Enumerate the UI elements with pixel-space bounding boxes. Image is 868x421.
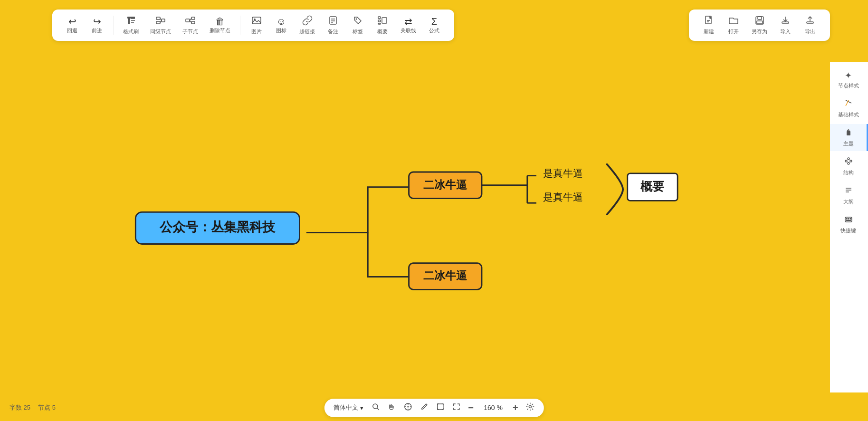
- delete-node-button[interactable]: 🗑 删除节点: [206, 15, 234, 36]
- sibling-node-label: 同级节点: [150, 28, 171, 35]
- shortcut-label: 快捷键: [840, 227, 856, 234]
- svg-point-65: [407, 406, 409, 407]
- child-node-2-text: 二冰牛逼: [423, 269, 467, 282]
- image-label: 图片: [251, 28, 262, 35]
- fullscreen-icon[interactable]: [452, 402, 460, 413]
- sibling-node-icon: [155, 15, 166, 27]
- note-label: 备注: [328, 28, 338, 35]
- mindmap-svg: 公众号：丛集黑科技 二冰牛逼 二冰牛逼 是真牛逼 是真牛逼 概要: [0, 62, 830, 392]
- relation-icon: ⇄: [404, 17, 412, 26]
- basic-style-icon: [844, 99, 853, 110]
- root-node-text: 公众号：丛集黑科技: [159, 220, 276, 234]
- side-panel: ✦ 节点样式 基础样式 主题 结构 大纲 快捷键: [830, 62, 868, 392]
- svg-rect-8: [162, 19, 165, 22]
- svg-rect-34: [758, 17, 762, 19]
- hyperlink-label: 超链接: [299, 28, 315, 35]
- import-button[interactable]: 导入: [775, 13, 796, 37]
- basic-style-panel-item[interactable]: 基础样式: [830, 95, 868, 122]
- redo-label: 前进: [92, 27, 102, 34]
- svg-rect-13: [191, 21, 195, 24]
- shortcut-panel-item[interactable]: 快捷键: [830, 211, 868, 238]
- open-button[interactable]: 打开: [723, 13, 744, 37]
- svg-rect-2: [128, 19, 130, 20]
- icon-button[interactable]: ☺ 图标: [271, 15, 292, 36]
- relation-button[interactable]: ⇄ 关联线: [397, 15, 420, 36]
- svg-rect-16: [252, 17, 261, 24]
- svg-rect-23: [378, 17, 381, 19]
- relation-label: 关联线: [401, 27, 416, 34]
- child-node-1-text: 二冰牛逼: [423, 179, 467, 191]
- fit-screen-icon[interactable]: [436, 402, 444, 413]
- svg-rect-61: [846, 220, 851, 221]
- import-label: 导入: [780, 28, 791, 35]
- image-icon: [251, 15, 262, 27]
- settings-icon[interactable]: [526, 402, 534, 413]
- icon-icon: ☺: [277, 17, 286, 26]
- canvas-area[interactable]: 公众号：丛集黑科技 二冰牛逼 二冰牛逼 是真牛逼 是真牛逼 概要: [0, 62, 830, 392]
- hyperlink-icon: [302, 15, 313, 27]
- basic-style-label: 基础样式: [838, 111, 859, 118]
- open-icon: [728, 15, 739, 27]
- theme-icon: [844, 128, 853, 139]
- svg-point-46: [845, 160, 847, 162]
- edit-icon[interactable]: [420, 402, 428, 413]
- child-node-button[interactable]: 子节点: [179, 13, 202, 37]
- zoom-out-button[interactable]: −: [468, 402, 474, 413]
- tag-button[interactable]: 标签: [347, 13, 368, 37]
- svg-point-49: [850, 160, 852, 162]
- icon-label: 图标: [276, 27, 286, 34]
- hand-tool-icon[interactable]: [387, 402, 396, 413]
- svg-rect-59: [848, 218, 849, 220]
- save-as-label: 另存为: [752, 28, 767, 35]
- new-button[interactable]: 新建: [698, 13, 719, 37]
- svg-point-71: [529, 405, 531, 408]
- summary-icon: [377, 15, 388, 27]
- formula-button[interactable]: Σ 公式: [424, 15, 445, 36]
- compass-icon[interactable]: [403, 402, 412, 413]
- structure-icon: [844, 157, 853, 168]
- outline-label: 大纲: [843, 198, 854, 205]
- theme-panel-item[interactable]: 主题: [830, 124, 868, 151]
- svg-rect-38: [807, 22, 813, 23]
- outline-panel-item[interactable]: 大纲: [830, 182, 868, 209]
- undo-button[interactable]: ↩ 回退: [62, 15, 83, 36]
- language-selector[interactable]: 简体中文 ▾: [334, 403, 363, 412]
- summary-button[interactable]: 概要: [372, 13, 393, 37]
- language-label: 简体中文: [334, 403, 358, 412]
- new-label: 新建: [704, 28, 714, 35]
- export-button[interactable]: 导出: [800, 13, 820, 37]
- node-style-panel-item[interactable]: ✦ 节点样式: [830, 67, 868, 93]
- format-brush-icon: [126, 15, 136, 27]
- top-left-toolbar: ↩ 回退 ↪ 前进 格式刷 同级节点 子节点 🗑 删除节点 图片 ☺ 图标: [52, 10, 454, 41]
- node-count-stat: 节点 5: [38, 403, 56, 412]
- theme-label: 主题: [843, 140, 854, 147]
- svg-point-47: [848, 158, 849, 160]
- bottom-controls: 简体中文 ▾ − 160 % +: [324, 399, 544, 417]
- hyperlink-button[interactable]: 超链接: [296, 13, 319, 37]
- summary-item-1-text: 是真牛逼: [543, 168, 583, 179]
- note-button[interactable]: 备注: [323, 13, 343, 37]
- format-brush-button[interactable]: 格式刷: [119, 13, 143, 37]
- search-bottom-icon[interactable]: [371, 402, 380, 413]
- svg-point-62: [372, 404, 377, 409]
- svg-rect-12: [191, 17, 195, 19]
- child-node-label: 子节点: [182, 28, 198, 35]
- svg-rect-26: [382, 18, 387, 23]
- delete-node-icon: 🗑: [215, 17, 225, 26]
- zoom-level: 160 %: [481, 404, 505, 411]
- structure-panel-item[interactable]: 结构: [830, 153, 868, 180]
- structure-label: 结构: [843, 169, 854, 176]
- svg-rect-6: [156, 17, 160, 19]
- bottom-stats: 字数 25 节点 5: [10, 403, 56, 412]
- node-style-label: 节点样式: [838, 82, 859, 89]
- delete-node-label: 删除节点: [210, 27, 230, 34]
- tag-icon: [353, 15, 363, 27]
- svg-point-22: [356, 19, 357, 20]
- image-button[interactable]: 图片: [246, 13, 267, 37]
- new-icon: [704, 15, 714, 27]
- export-label: 导出: [805, 28, 815, 35]
- sibling-node-button[interactable]: 同级节点: [146, 13, 175, 37]
- save-as-button[interactable]: 另存为: [748, 13, 771, 37]
- redo-button[interactable]: ↪ 前进: [86, 15, 107, 36]
- zoom-in-button[interactable]: +: [513, 402, 518, 413]
